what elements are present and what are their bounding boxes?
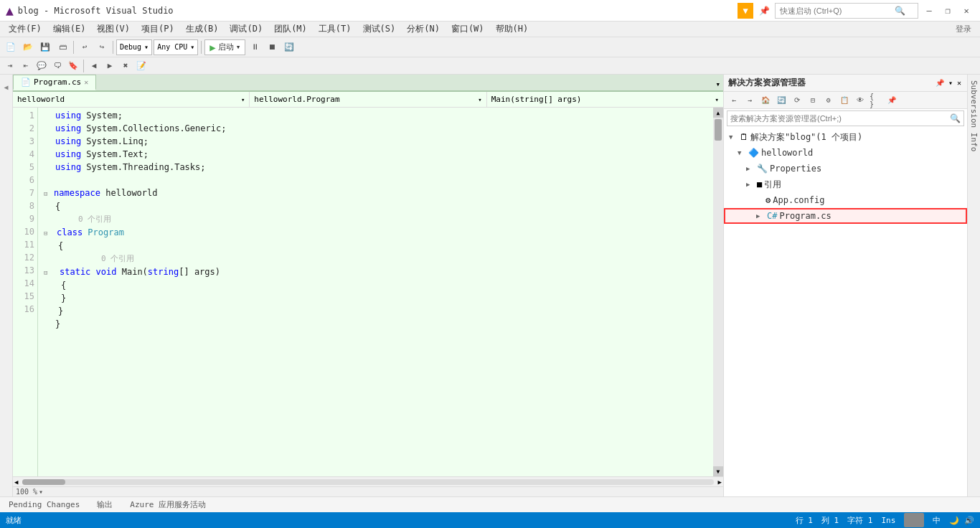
- menu-team[interactable]: 团队(M): [268, 22, 313, 37]
- quick-launch-input[interactable]: [780, 6, 895, 15]
- save-button[interactable]: 💾: [37, 39, 53, 55]
- quick-launch[interactable]: 🔍: [775, 3, 918, 19]
- token: }: [58, 305, 63, 318]
- class-dropdown[interactable]: helloworld.Program ▾: [250, 92, 486, 108]
- h-scroll-thumb[interactable]: [22, 479, 65, 485]
- tree-program-cs[interactable]: ▶ C# Program.cs: [724, 208, 967, 224]
- se-sync-button[interactable]: ⟳: [790, 93, 804, 108]
- h-scroll-track[interactable]: [22, 479, 713, 485]
- prev-bookmark-button[interactable]: ◀: [87, 59, 101, 73]
- h-scroll-right-button[interactable]: ▶: [717, 478, 723, 486]
- references-expand-icon[interactable]: ▶: [746, 181, 755, 188]
- run-button[interactable]: ▶ 启动 ▾: [204, 39, 245, 55]
- pause-button[interactable]: ⏸: [247, 39, 263, 55]
- menu-view[interactable]: 视图(V): [91, 22, 136, 37]
- se-show-all-button[interactable]: 👁: [853, 93, 867, 108]
- tab-close-button[interactable]: ✕: [84, 78, 88, 86]
- output-tab[interactable]: 输出: [94, 498, 116, 512]
- scroll-thumb[interactable]: [715, 119, 722, 141]
- se-code-button[interactable]: { }: [869, 93, 883, 108]
- comment-button[interactable]: 💬: [34, 59, 49, 73]
- method-dropdown[interactable]: Main(string[] args) ▾: [487, 92, 723, 108]
- se-collapse-all-button[interactable]: ⊟: [806, 93, 820, 108]
- clear-bookmarks-button[interactable]: ✖: [118, 59, 133, 73]
- menu-debug[interactable]: 调试(D): [224, 22, 268, 37]
- menu-help[interactable]: 帮助(H): [490, 22, 534, 37]
- se-pin-button[interactable]: 📌: [934, 77, 946, 88]
- bookmark-button[interactable]: 🔖: [66, 59, 80, 73]
- menu-window[interactable]: 窗口(W): [446, 22, 490, 37]
- horizontal-scrollbar[interactable]: ◀ ▶: [13, 476, 723, 486]
- pending-changes-tab[interactable]: Pending Changes: [6, 499, 83, 511]
- code-line: }: [44, 292, 707, 305]
- reload-button[interactable]: 🔄: [281, 39, 297, 55]
- collapse-button[interactable]: ⊟: [44, 266, 52, 279]
- se-home-button[interactable]: 🏠: [758, 93, 773, 108]
- project-expand-icon[interactable]: ▼: [738, 149, 746, 156]
- undo-button[interactable]: ↩: [77, 39, 93, 55]
- open-button[interactable]: 📂: [20, 39, 36, 55]
- programcs-expand-icon[interactable]: ▶: [756, 212, 765, 220]
- h-scroll-left-button[interactable]: ◀: [13, 478, 19, 486]
- restore-button[interactable]: ❐: [940, 3, 956, 19]
- se-pin2-button[interactable]: 📌: [885, 93, 899, 108]
- status-ime[interactable]: 中: [933, 515, 941, 526]
- next-bookmark-button[interactable]: ▶: [103, 59, 117, 73]
- menu-edit[interactable]: 编辑(E): [47, 22, 92, 37]
- se-search-input[interactable]: [730, 114, 950, 123]
- snippet-button[interactable]: 📝: [134, 59, 149, 73]
- zoom-dropdown[interactable]: ▾: [39, 488, 43, 496]
- se-properties-button[interactable]: 📋: [837, 93, 852, 108]
- tree-project[interactable]: ▼ 🔷 helloworld: [724, 145, 967, 161]
- tree-solution[interactable]: ▼ 🗒 解决方案"blog"(1 个项目): [724, 129, 967, 145]
- redo-button[interactable]: ↪: [94, 39, 110, 55]
- menu-build[interactable]: 生成(B): [180, 22, 225, 37]
- solution-expand-icon[interactable]: ▼: [729, 133, 738, 141]
- outdent-button[interactable]: ⇤: [19, 59, 33, 73]
- properties-expand-icon[interactable]: ▶: [746, 165, 755, 172]
- line-num-9: 9: [13, 212, 34, 225]
- menu-tools[interactable]: 工具(T): [313, 22, 357, 37]
- token: using: [55, 161, 81, 174]
- new-project-button[interactable]: 📄: [3, 39, 19, 55]
- tab-program-cs[interactable]: 📄 Program.cs ✕: [13, 75, 96, 90]
- se-refresh-button[interactable]: 🔄: [774, 93, 788, 108]
- menu-analyze[interactable]: 分析(N): [401, 22, 446, 37]
- subversion-info-label[interactable]: Subversion Info: [968, 75, 980, 157]
- se-back-button[interactable]: ←: [727, 93, 741, 108]
- minimize-button[interactable]: —: [921, 3, 937, 19]
- uncomment-button[interactable]: 🗨: [50, 59, 65, 73]
- tree-references[interactable]: ▶ ■ 引用: [724, 176, 967, 192]
- se-close-button[interactable]: ✕: [956, 77, 963, 88]
- se-forward-button[interactable]: →: [743, 93, 757, 108]
- namespace-dropdown[interactable]: helloworld ▾: [13, 92, 250, 108]
- se-settings-button[interactable]: ⚙: [821, 93, 836, 108]
- scroll-track[interactable]: [713, 118, 723, 466]
- menu-file[interactable]: 文件(F): [3, 22, 47, 37]
- menu-test[interactable]: 测试(S): [357, 22, 402, 37]
- tree-appconfig[interactable]: ⚙ App.config: [724, 192, 967, 208]
- token: class: [57, 226, 83, 239]
- scroll-up-button[interactable]: ▲: [713, 108, 723, 118]
- se-dropdown-button[interactable]: ▾: [947, 77, 954, 88]
- collapse-button[interactable]: ⊟: [44, 227, 52, 240]
- scroll-down-button[interactable]: ▼: [713, 466, 723, 476]
- azure-tab[interactable]: Azure 应用服务活动: [127, 498, 209, 512]
- indent-button[interactable]: ⇥: [3, 59, 17, 73]
- pin-button[interactable]: 📌: [756, 3, 772, 19]
- platform-dropdown[interactable]: Any CPU ▾: [154, 39, 198, 55]
- login-button[interactable]: 登录: [956, 24, 971, 34]
- menu-project[interactable]: 项目(P): [136, 22, 180, 37]
- code-editor[interactable]: using System;using System.Collections.Ge…: [38, 108, 713, 476]
- tab-scroll-btn[interactable]: ▾: [712, 78, 723, 90]
- debug-config-dropdown[interactable]: Debug ▾: [116, 39, 152, 55]
- status-char: 字符 1: [847, 515, 872, 526]
- vertical-scrollbar[interactable]: ▲ ▼: [713, 108, 723, 476]
- stop-button[interactable]: ⏹: [264, 39, 280, 55]
- save-all-button[interactable]: 🗃: [55, 39, 70, 55]
- se-search-box[interactable]: 🔍: [727, 110, 964, 126]
- collapse-button[interactable]: ⊟: [44, 187, 52, 200]
- line-num-11: 11: [13, 238, 34, 251]
- close-button[interactable]: ✕: [958, 3, 974, 19]
- tree-properties[interactable]: ▶ 🔧 Properties: [724, 161, 967, 176]
